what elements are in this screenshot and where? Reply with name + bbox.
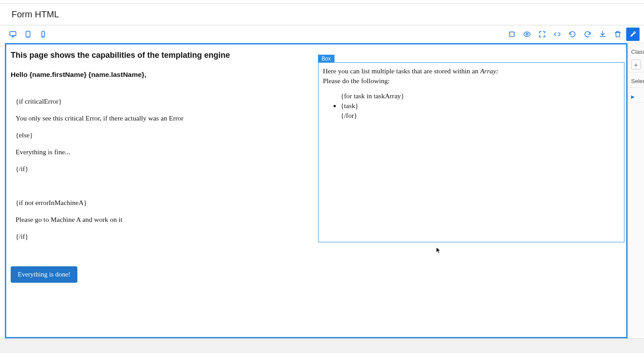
box-intro-em: Array:	[480, 67, 498, 75]
done-button[interactable]: Everything is done!	[11, 266, 77, 283]
fullscreen-icon[interactable]	[535, 28, 549, 41]
selected-box[interactable]: Box Here you can list multiple tasks tha…	[318, 62, 624, 242]
list-item[interactable]: {task}	[341, 102, 620, 110]
selection-label: Selec	[631, 78, 644, 84]
canvas-frame[interactable]: This page shows the capabilities of the …	[5, 43, 628, 338]
template-heading[interactable]: This page shows the capabilities of the …	[11, 51, 622, 60]
box-intro-text: Here you can list multiple tasks that ar…	[323, 67, 480, 75]
box-intro-line[interactable]: Here you can list multiple tasks that ar…	[323, 67, 620, 75]
page-title: Form HTML	[12, 9, 59, 20]
toolbar	[0, 25, 644, 43]
tablet-icon[interactable]	[21, 28, 35, 41]
properties-panel: Class + Selec ▶	[628, 43, 644, 338]
box-subintro[interactable]: Please do the following:	[323, 77, 620, 85]
editor-header: Form HTML	[0, 4, 644, 25]
tree-section[interactable]: ▶	[628, 88, 644, 103]
box-list[interactable]: {for task in taskArray} {task} {/for}	[323, 92, 620, 120]
toolbar-right	[505, 28, 640, 41]
classes-section: Class +	[628, 43, 644, 72]
list-item[interactable]: {/for}	[341, 112, 620, 120]
download-icon[interactable]	[596, 28, 609, 41]
selection-section: Selec	[628, 72, 644, 88]
brush-icon[interactable]	[626, 28, 640, 41]
preview-icon[interactable]	[520, 28, 534, 41]
redo-icon[interactable]	[581, 28, 594, 41]
svg-rect-7	[510, 32, 515, 36]
classes-label: Class	[631, 48, 644, 55]
window-top-border	[0, 0, 644, 4]
mobile-icon[interactable]	[36, 28, 50, 41]
toolbar-left	[6, 28, 50, 41]
svg-point-8	[526, 33, 528, 35]
desktop-icon[interactable]	[6, 28, 20, 41]
border-icon[interactable]	[505, 28, 519, 41]
code-icon[interactable]	[551, 28, 564, 41]
caret-right-icon: ▶	[631, 94, 635, 99]
list-item[interactable]: {for task in taskArray}	[341, 92, 620, 100]
trash-icon[interactable]	[611, 28, 624, 41]
add-class-button[interactable]: +	[631, 60, 641, 69]
box-body[interactable]: Here you can list multiple tasks that ar…	[318, 63, 624, 126]
footer-bar	[0, 338, 644, 353]
undo-icon[interactable]	[566, 28, 579, 41]
selection-tag: Box	[318, 55, 334, 63]
canvas-body[interactable]: This page shows the capabilities of the …	[6, 44, 626, 337]
svg-rect-0	[10, 32, 16, 36]
